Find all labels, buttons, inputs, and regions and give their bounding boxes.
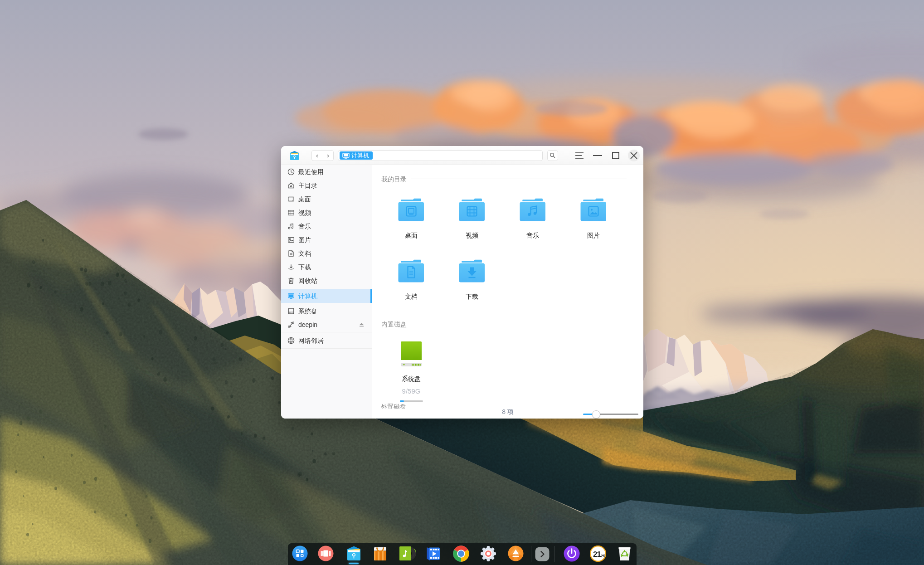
svg-text:25: 25 [601, 554, 605, 558]
svg-text:21: 21 [593, 550, 601, 559]
